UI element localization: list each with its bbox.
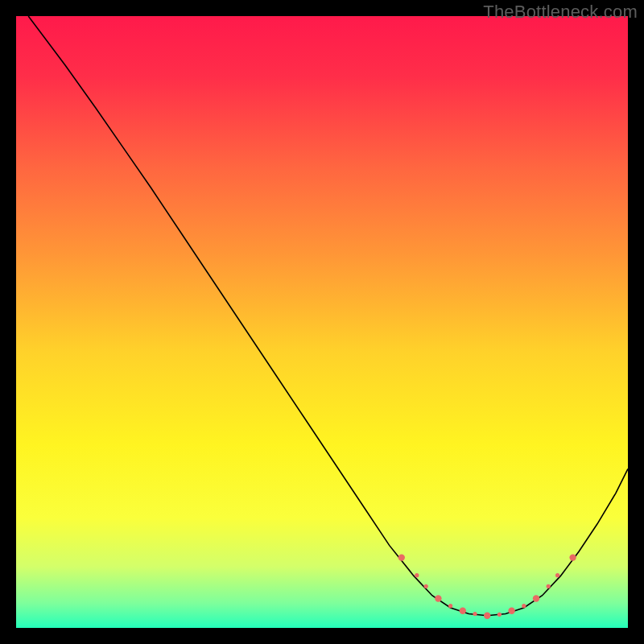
trough-marker <box>473 612 477 616</box>
trough-marker <box>522 604 526 608</box>
trough-marker <box>424 584 428 588</box>
trough-marker <box>569 554 576 560</box>
trough-marker <box>448 604 452 608</box>
trough-marker <box>484 613 490 619</box>
trough-marker <box>435 595 441 601</box>
trough-marker <box>533 595 539 601</box>
bottleneck-curve-chart <box>16 16 628 628</box>
trough-marker <box>555 573 559 577</box>
plot-area <box>16 16 628 628</box>
trough-marker <box>547 584 551 588</box>
gradient-background <box>16 16 628 628</box>
chart-container: TheBottleneck.com <box>0 0 644 644</box>
trough-marker <box>415 573 419 577</box>
trough-marker <box>508 608 514 614</box>
trough-marker <box>497 613 502 617</box>
trough-marker <box>460 608 466 614</box>
trough-marker <box>398 554 405 560</box>
watermark-label: TheBottleneck.com <box>483 2 638 23</box>
